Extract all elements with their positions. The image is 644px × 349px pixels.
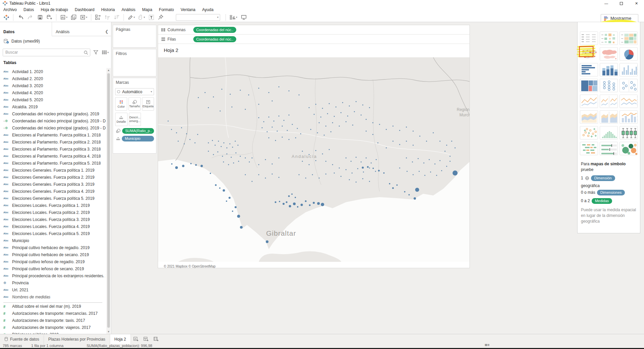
field-row[interactable]: AbcElecciones al Parlamento. Fuerza polí…	[0, 138, 106, 146]
field-row[interactable]: AbcNombres de medidas	[0, 293, 106, 300]
showme-packed-bubbles[interactable]	[620, 142, 638, 155]
marks-card[interactable]: Marcas Automático ▾ Color Tamaño	[113, 78, 156, 154]
showme-dual-combination[interactable]	[620, 110, 638, 124]
menu-item-dashboard[interactable]: Dashboard	[71, 7, 98, 12]
showme-highlight-table[interactable]	[620, 32, 638, 45]
field-row[interactable]: AbcElecciones Generales. Fuerza política…	[0, 195, 106, 202]
field-row[interactable]: AbcElecciones al Parlamento. Fuerza polí…	[0, 160, 106, 167]
menu-item-archivo[interactable]: Archivo	[0, 7, 20, 12]
data-source-item[interactable]: Datos (smex99)	[0, 37, 111, 46]
tab-data-source[interactable]: Fuente de datos	[0, 334, 44, 344]
field-row[interactable]: AbcElecciones Locales. Fuerza política 5…	[0, 230, 106, 237]
showme-stacked-bars[interactable]	[600, 63, 618, 76]
scrollbar-thumb[interactable]	[107, 73, 110, 328]
rows-pill[interactable]: Coordenadas del núc..	[193, 36, 236, 42]
menu-item-ayuda[interactable]: Ayuda	[199, 7, 217, 12]
clear-sheet-icon[interactable]: ▾	[79, 13, 89, 21]
filter-icon[interactable]	[93, 50, 98, 55]
undo-icon[interactable]	[16, 13, 25, 21]
duplicate-sheet-icon[interactable]	[69, 13, 78, 21]
showme-treemap[interactable]	[580, 79, 598, 92]
field-row[interactable]: =⊕Coordenadas del núcleo principal (grad…	[0, 124, 106, 131]
collapse-pane-icon[interactable]: ❮	[105, 29, 108, 34]
columns-shelf[interactable]: Columnas Coordenadas del núc..	[158, 25, 469, 35]
showme-discrete-area[interactable]	[600, 110, 618, 124]
field-list-scrollbar[interactable]: ▲ ▼	[106, 68, 111, 334]
field-row[interactable]: AbcElecciones Locales. Fuerza política 2…	[0, 209, 106, 216]
field-row[interactable]: #Autorizaciones de transporte: mercancía…	[0, 310, 106, 317]
showme-pie-chart[interactable]	[620, 47, 638, 61]
tab-hoja-2[interactable]: Hoja 2	[110, 334, 131, 344]
field-row[interactable]: ⊕Provincia	[0, 279, 106, 286]
showme-continuous-area[interactable]	[580, 110, 598, 124]
tab-analisis[interactable]: Análisis	[52, 22, 103, 36]
showme-horizontal-bars[interactable]	[580, 63, 598, 76]
scroll-up-icon[interactable]: ▲	[106, 68, 111, 72]
field-row[interactable]: AbcActividad 4. 2020	[0, 89, 106, 96]
detail-button[interactable]: Detalle	[115, 113, 128, 126]
color-button[interactable]: Color	[115, 97, 127, 111]
field-row[interactable]: AbcElecciones Generales. Fuerza política…	[0, 188, 106, 195]
field-row[interactable]: AbcElecciones Locales. Fuerza política 1…	[0, 202, 106, 209]
scroll-down-icon[interactable]: ▼	[106, 330, 111, 334]
field-row[interactable]: AbcMunicipio	[0, 237, 106, 244]
tab-plazas-hoteleras[interactable]: Plazas Hoteleras por Provincias	[44, 334, 110, 344]
field-row[interactable]: AbcElecciones Generales. Fuerza política…	[0, 181, 106, 188]
showme-side-by-side-bars[interactable]	[620, 63, 638, 76]
new-dashboard-icon[interactable]	[141, 334, 151, 344]
fix-axes-icon[interactable]	[156, 13, 165, 21]
field-row[interactable]: AbcElecciones Generales. Fuerza política…	[0, 174, 106, 181]
showme-discrete-lines[interactable]	[600, 95, 618, 108]
field-row[interactable]: AbcActividad 3. 2020	[0, 82, 106, 89]
field-row[interactable]: AbcUrl. 2021	[0, 286, 106, 293]
maximize-icon[interactable]	[614, 0, 629, 7]
highlight-icon[interactable]: ▾	[126, 13, 136, 21]
field-row[interactable]: AbcElecciones al Parlamento. Fuerza polí…	[0, 131, 106, 138]
field-row[interactable]: #Altitud sobre el nivel del mar (m). 201…	[0, 303, 106, 310]
showme-side-by-side-circles[interactable]	[620, 79, 638, 92]
field-row[interactable]: AbcPrincipal cultivo leñoso de regadío. …	[0, 258, 106, 265]
field-row[interactable]: AbcElecciones Locales. Fuerza política 4…	[0, 223, 106, 230]
field-row[interactable]: AbcAlcaldía. 2019	[0, 103, 106, 110]
field-row[interactable]: AbcElecciones al Parlamento. Fuerza polí…	[0, 146, 106, 153]
close-icon[interactable]: ✕	[629, 0, 644, 7]
swap-rows-columns-icon[interactable]	[94, 13, 102, 21]
showme-scatter-plot[interactable]	[580, 126, 598, 139]
new-story-icon[interactable]	[151, 334, 161, 344]
sort-ascending-icon[interactable]	[103, 13, 112, 21]
menu-item-análisis[interactable]: Análisis	[118, 7, 139, 12]
field-row[interactable]: AbcActividad 5. 2020	[0, 96, 106, 103]
field-row[interactable]: AbcElecciones Generales. Fuerza política…	[0, 167, 106, 174]
showme-circle-views[interactable]	[600, 79, 618, 92]
tab-datos[interactable]: Datos	[0, 22, 52, 36]
add-data-icon[interactable]	[45, 13, 54, 21]
detail-pill[interactable]: Municipio	[122, 136, 154, 141]
field-row[interactable]: AbcActividad 1. 2020	[0, 68, 106, 75]
field-row[interactable]: #Autorizaciones de transporte: viajeros.…	[0, 324, 106, 331]
film-view-icon[interactable]: ▤	[485, 343, 488, 346]
field-row[interactable]: AbcPrincipal procedencia de los extranje…	[0, 272, 106, 279]
label-button[interactable]: Etiqueta	[142, 97, 154, 111]
menu-item-hoja-de-trabajo[interactable]: Hoja de trabajo	[37, 7, 71, 12]
fit-selector[interactable]: ▾	[176, 14, 220, 21]
menu-item-ventana[interactable]: Ventana	[177, 7, 199, 12]
search-input[interactable]	[3, 49, 90, 56]
mark-type-dropdown[interactable]: Automático ▾	[115, 88, 154, 95]
show-mark-labels-icon[interactable]	[147, 13, 156, 21]
minimize-icon[interactable]: —	[599, 0, 614, 7]
show-hide-cards-icon[interactable]: ▾	[228, 13, 239, 21]
pages-card[interactable]: Páginas	[113, 25, 156, 48]
field-row[interactable]: AbcElecciones al Parlamento. Fuerza polí…	[0, 153, 106, 160]
tooltip-button[interactable]: Descri... emerg...	[129, 113, 141, 126]
show-me-button[interactable]: Mostrarme	[601, 14, 638, 22]
menu-item-mapa[interactable]: Mapa	[139, 7, 156, 12]
field-row[interactable]: AbcPrincipal cultivo herbáceo de secano.…	[0, 251, 106, 258]
showme-heat-map[interactable]	[600, 32, 618, 45]
showme-histogram[interactable]	[600, 126, 618, 139]
showme-continuous-lines[interactable]	[580, 95, 598, 108]
new-worksheet-icon[interactable]: ▾	[59, 13, 69, 21]
save-icon[interactable]	[36, 13, 44, 21]
showme-filled-map[interactable]	[600, 47, 618, 61]
showme-dual-lines[interactable]	[620, 95, 638, 108]
field-row[interactable]: #Autorizaciones de transporte: taxis. 20…	[0, 317, 106, 324]
